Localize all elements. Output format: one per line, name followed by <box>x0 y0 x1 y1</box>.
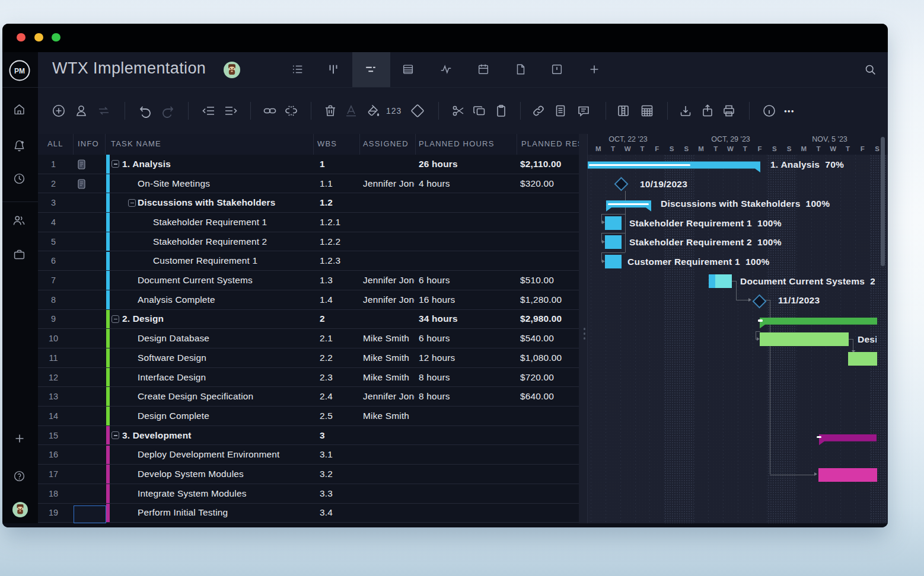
svg-text:PM: PM <box>14 67 25 75</box>
